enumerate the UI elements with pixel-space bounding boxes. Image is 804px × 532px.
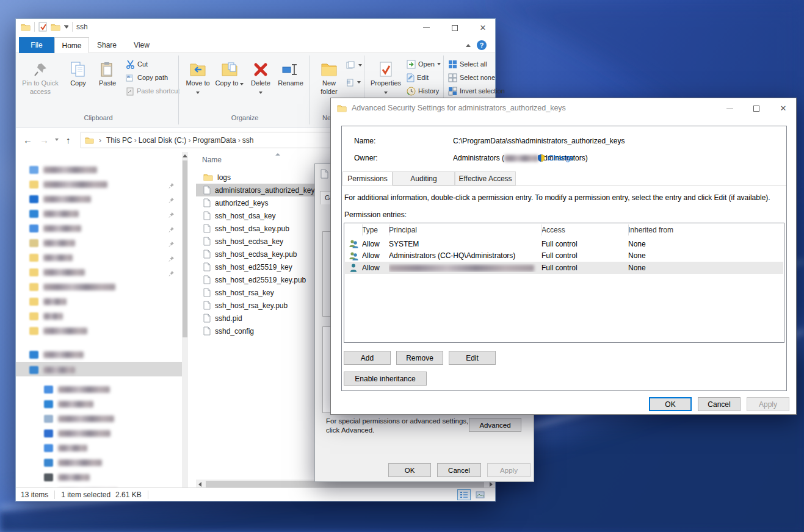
sidebar-item[interactable] <box>29 251 73 264</box>
tab-effective-access[interactable]: Effective Access <box>455 171 516 185</box>
minimize-button[interactable] <box>416 19 436 37</box>
breadcrumb-item[interactable]: This PC <box>106 136 132 145</box>
file-row[interactable]: ssh_host_ed25519_key <box>196 261 292 273</box>
edit-button[interactable]: Edit <box>449 351 496 365</box>
file-row[interactable]: logs <box>196 171 231 184</box>
tab-share[interactable]: Share <box>89 37 125 53</box>
file-row[interactable]: sshd_config <box>196 325 254 337</box>
copy-path-button[interactable]: W Copy path <box>126 71 168 84</box>
sidebar-item[interactable] <box>44 412 114 425</box>
new-item-button[interactable] <box>346 59 362 71</box>
sidebar-scroll-up-icon[interactable] <box>183 154 187 157</box>
delete-button[interactable]: Delete <box>247 57 275 114</box>
permission-entry-row[interactable]: AllowSYSTEMFull controlNone <box>345 238 783 250</box>
sidebar-item[interactable] <box>29 192 91 206</box>
sidebar-item[interactable] <box>29 280 115 293</box>
sidebar-item[interactable] <box>29 363 75 376</box>
breadcrumb-separator-icon[interactable]: › <box>132 136 139 145</box>
recent-locations-caret[interactable] <box>55 138 59 141</box>
sidebar-item[interactable] <box>44 426 110 440</box>
file-row[interactable]: ssh_host_rsa_key.pub <box>196 299 288 312</box>
tab-view[interactable]: View <box>125 37 159 53</box>
sidebar-item[interactable] <box>44 456 102 469</box>
paste-shortcut-button[interactable]: Paste shortcut <box>126 85 179 97</box>
permission-entry-row[interactable]: AllowFull controlNone <box>345 262 783 274</box>
enable-inheritance-button[interactable]: Enable inheritance <box>344 372 427 386</box>
tab-file[interactable]: File <box>19 37 54 53</box>
header-inherited-from[interactable]: Inherited from <box>628 226 783 234</box>
thumbnail-view-button[interactable] <box>473 489 487 500</box>
help-icon[interactable]: ? <box>477 40 487 50</box>
sidebar-item[interactable] <box>29 178 107 191</box>
edit-button[interactable]: Edit <box>407 71 429 84</box>
header-principal[interactable]: Principal <box>389 226 541 234</box>
ok-button[interactable]: OK <box>649 397 692 411</box>
advanced-button[interactable]: Advanced <box>469 418 521 432</box>
file-row[interactable]: ssh_host_rsa_key <box>196 286 274 299</box>
header-type[interactable]: Type <box>362 226 389 234</box>
open-button[interactable]: Open <box>407 58 441 70</box>
sidebar-item[interactable] <box>29 236 75 250</box>
properties-cancel-button[interactable]: Cancel <box>437 463 481 477</box>
sidebar-item[interactable] <box>29 309 63 323</box>
file-row[interactable]: ssh_host_dsa_key <box>196 209 275 222</box>
scroll-left-icon[interactable] <box>198 482 201 487</box>
properties-apply-button[interactable]: Apply <box>487 463 531 477</box>
close-button[interactable]: ✕ <box>473 19 493 37</box>
sidebar-item[interactable] <box>29 348 84 361</box>
properties-ok-button[interactable]: OK <box>388 463 431 477</box>
header-access[interactable]: Access <box>541 226 628 234</box>
pin-to-quick-access-button[interactable]: Pin to Quick access <box>21 57 60 114</box>
file-row[interactable]: ssh_host_ecdsa_key.pub <box>196 248 297 261</box>
paste-button[interactable]: Paste <box>94 57 121 114</box>
dialog-maximize-button[interactable] <box>746 99 767 117</box>
dialog-close-button[interactable]: ✕ <box>773 99 794 117</box>
sidebar-item[interactable] <box>29 295 67 308</box>
select-none-button[interactable]: Select none <box>448 71 495 84</box>
sidebar-item[interactable] <box>29 207 79 220</box>
sidebar-item[interactable] <box>44 470 90 484</box>
sidebar-item[interactable] <box>29 324 87 337</box>
add-button[interactable]: Add <box>344 351 391 365</box>
sidebar-scrollbar[interactable] <box>182 152 188 498</box>
file-row[interactable]: administrators_authorized_keys <box>196 184 329 196</box>
change-owner-link[interactable]: Change <box>548 154 574 162</box>
sidebar-item[interactable] <box>29 163 97 176</box>
copy-to-button[interactable]: Copy to <box>215 57 244 114</box>
tab-permissions[interactable]: Permissions <box>342 171 393 185</box>
back-button[interactable]: ← <box>23 135 32 145</box>
copy-button[interactable]: Copy <box>65 57 92 114</box>
qat-new-folder-icon[interactable] <box>51 23 60 31</box>
tab-auditing[interactable]: Auditing <box>393 171 455 185</box>
breadcrumb-item[interactable]: ssh <box>242 136 254 145</box>
cut-button[interactable]: Cut <box>126 58 148 70</box>
cancel-button[interactable]: Cancel <box>698 397 741 411</box>
apply-button[interactable]: Apply <box>747 397 789 411</box>
history-button[interactable]: History <box>407 85 439 97</box>
column-header-name[interactable]: Name <box>202 156 222 164</box>
breadcrumb-item[interactable]: Local Disk (C:) <box>139 136 187 145</box>
rename-button[interactable]: Rename <box>275 57 306 114</box>
breadcrumb-separator-icon[interactable]: › <box>186 136 192 145</box>
file-row[interactable]: ssh_host_ed25519_key.pub <box>196 273 306 286</box>
qat-customize-caret[interactable] <box>64 25 68 29</box>
forward-button[interactable]: → <box>40 135 49 145</box>
file-row[interactable]: ssh_host_ecdsa_key <box>196 235 283 248</box>
easy-access-button[interactable] <box>346 76 361 88</box>
sidebar-item[interactable] <box>29 265 85 279</box>
collapse-ribbon-icon[interactable] <box>466 44 471 47</box>
sidebar-item[interactable] <box>44 397 93 411</box>
dialog-minimize-button[interactable] <box>719 99 740 117</box>
sidebar-item[interactable] <box>44 383 110 396</box>
remove-button[interactable]: Remove <box>396 351 443 365</box>
breadcrumb-item[interactable]: ProgramData <box>192 136 236 145</box>
sidebar-scrollbar-thumb[interactable] <box>183 160 187 337</box>
permission-entry-row[interactable]: AllowAdministrators (CC-HQ\Administrator… <box>345 250 783 262</box>
file-row[interactable]: sshd.pid <box>196 312 242 325</box>
details-view-button[interactable] <box>457 489 471 500</box>
sidebar-item[interactable] <box>29 221 81 235</box>
select-all-button[interactable]: Select all <box>448 58 487 70</box>
scroll-right-icon[interactable] <box>490 482 493 487</box>
tab-home[interactable]: Home <box>54 37 89 53</box>
move-to-button[interactable]: Move to <box>183 57 212 114</box>
